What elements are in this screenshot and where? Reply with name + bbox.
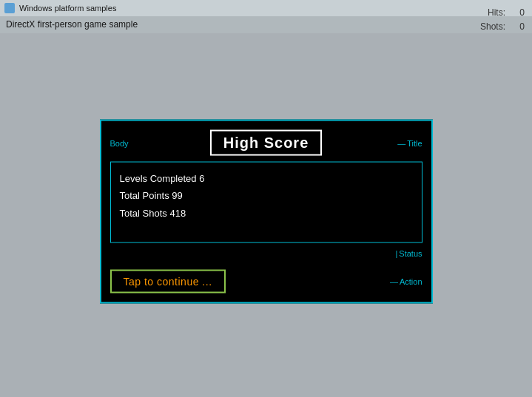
body-line-1: Levels Completed 6 [120,170,413,187]
hits-value: 0 [510,6,525,20]
app-subtitle: DirectX first-person game sample [0,16,532,33]
body-line-3: Total Shots 418 [120,204,413,221]
shots-value: 0 [510,20,525,34]
app-icon [4,3,15,13]
app-title: Windows platform samples [19,4,116,13]
hits-label: Hits: [488,6,505,20]
dialog-title-row: Body High Score Title [110,130,422,156]
tap-to-continue-button[interactable]: Tap to continue ... [110,270,226,293]
hud-hits-row: Hits: 0 [464,6,525,20]
shots-label: Shots: [480,20,505,34]
dialog-status-wrapper: Status [110,249,422,264]
dialog-title: High Score [223,135,309,151]
status-annotation: Status [395,249,422,258]
action-annotation: Action [390,277,422,286]
game-area: Body High Score Title Levels Completed 6… [0,33,532,397]
dialog-body: Levels Completed 6 Total Points 99 Total… [110,162,422,243]
dialog-action-wrapper: Tap to continue ... Action [110,270,422,293]
hud-shots-row: Shots: 0 [464,20,525,34]
title-bar: Windows platform samples [0,0,532,16]
dialog-title-box: High Score [210,130,323,156]
title-annotation: Title [397,138,422,147]
body-line-2: Total Points 99 [120,187,413,204]
body-annotation-label: Body [110,138,129,147]
dialog-body-wrapper: Levels Completed 6 Total Points 99 Total… [110,162,422,243]
high-score-dialog: Body High Score Title Levels Completed 6… [100,120,433,304]
